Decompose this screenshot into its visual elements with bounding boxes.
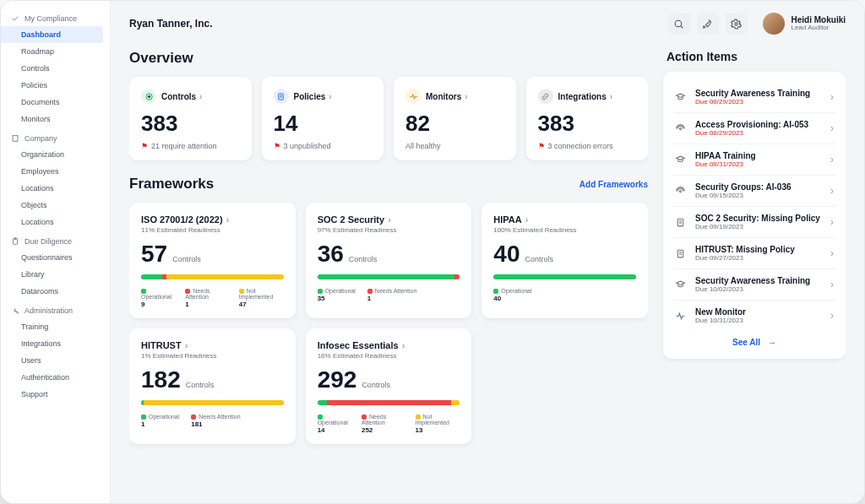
overview-card-monitors[interactable]: Monitors › 82 All healthy <box>394 77 516 160</box>
sidebar-item-datarooms[interactable]: Datarooms <box>1 283 110 300</box>
svg-point-6 <box>675 20 682 27</box>
svg-point-15 <box>679 190 681 192</box>
sidebar-item-authentication[interactable]: Authentication <box>1 369 110 386</box>
sidebar-item-policies[interactable]: Policies <box>1 77 110 94</box>
avatar <box>763 13 785 35</box>
check-icon <box>11 14 19 23</box>
readiness-legend: Operational1Needs Attention181 <box>141 414 284 428</box>
sidebar-item-integrations[interactable]: Integrations <box>1 335 110 352</box>
policy-icon <box>675 217 688 228</box>
framework-card[interactable]: SOC 2 Security› 97% Estimated Readiness … <box>306 203 472 318</box>
rocket-icon <box>702 19 713 30</box>
framework-card[interactable]: HIPAA› 100% Estimated Readiness 40 Contr… <box>481 203 648 318</box>
sidebar-item-roadmap[interactable]: Roadmap <box>1 43 110 60</box>
overview-value: 14 <box>274 111 373 137</box>
sidebar-group-header: Company <box>1 127 110 146</box>
chevron-right-icon: › <box>226 214 230 225</box>
sidebar-item-employees[interactable]: Employees <box>1 163 110 180</box>
svg-rect-0 <box>13 136 18 142</box>
policy-icon <box>675 248 688 259</box>
action-list: Security Awareness Training Due 08/29/20… <box>673 82 835 331</box>
top-actions: Heidi Mokuiki Lead Auditor <box>668 13 846 35</box>
svg-line-7 <box>681 25 683 27</box>
overview-grid: Controls › 383 ⚑ 21 require attention Po… <box>129 77 648 160</box>
svg-point-8 <box>735 22 737 24</box>
overview-card-policies[interactable]: Policies › 14 ⚑ 3 unpublished <box>262 77 384 160</box>
sidebar-item-locations[interactable]: Locations <box>1 214 110 230</box>
policies-icon <box>274 89 289 104</box>
chevron-right-icon: › <box>525 214 529 225</box>
overview-value: 383 <box>141 111 240 137</box>
framework-card[interactable]: ISO 27001/2 (2022)› 11% Estimated Readin… <box>129 203 296 318</box>
chevron-right-icon: › <box>830 122 834 134</box>
action-item[interactable]: HITRUST: Missing Policy Due 09/27/2023 › <box>673 238 835 269</box>
activity-button[interactable] <box>697 13 719 35</box>
svg-point-14 <box>679 127 681 129</box>
chevron-right-icon: › <box>830 216 834 228</box>
chevron-right-icon: › <box>402 340 405 350</box>
overview-title: Overview <box>129 50 648 67</box>
framework-card[interactable]: Infosec Essentials› 16% Estimated Readin… <box>306 328 472 444</box>
sidebar: My ComplianceDashboardRoadmapControlsPol… <box>1 1 111 503</box>
flag-icon: ⚑ <box>141 142 148 150</box>
sidebar-item-organization[interactable]: Organization <box>1 146 110 163</box>
action-item[interactable]: Security Awareness Training Due 10/02/20… <box>673 269 835 301</box>
frameworks-header: Frameworks Add Frameworks <box>129 176 648 192</box>
chevron-right-icon: › <box>830 185 834 197</box>
action-item[interactable]: Security Groups: AI-036 Due 09/15/2023 › <box>673 176 835 207</box>
sidebar-item-monitors[interactable]: Monitors <box>1 111 110 127</box>
chevron-right-icon: › <box>199 92 202 101</box>
overview-value: 82 <box>405 111 504 137</box>
left-column: Overview Controls › 383 ⚑ 21 require att… <box>129 45 648 503</box>
action-item[interactable]: New Monitor Due 10/31/2023 › <box>673 301 835 331</box>
settings-button[interactable] <box>726 13 748 35</box>
integrations-icon <box>538 89 553 104</box>
action-item[interactable]: HIPAA Training Due 08/31/2023 › <box>673 144 835 176</box>
chevron-right-icon: › <box>830 310 834 322</box>
training-icon <box>675 92 688 103</box>
svg-point-10 <box>148 95 150 98</box>
sidebar-group-header: Due Diligence <box>1 230 110 249</box>
readiness-bar <box>318 400 460 405</box>
sidebar-item-objects[interactable]: Objects <box>1 197 110 214</box>
monitors-icon <box>405 89 421 104</box>
action-item[interactable]: Security Awareness Training Due 08/29/20… <box>673 82 835 113</box>
sidebar-item-controls[interactable]: Controls <box>1 60 110 77</box>
see-all-link[interactable]: See All → <box>673 331 835 349</box>
sidebar-item-training[interactable]: Training <box>1 318 110 335</box>
user-menu[interactable]: Heidi Mokuiki Lead Auditor <box>763 13 846 35</box>
sidebar-item-locations[interactable]: Locations <box>1 180 110 197</box>
search-button[interactable] <box>668 13 690 35</box>
sidebar-item-dashboard[interactable]: Dashboard <box>1 26 103 43</box>
org-name: Ryan Tanner, Inc. <box>129 18 212 30</box>
gear-icon <box>731 19 742 30</box>
chevron-right-icon: › <box>830 247 834 259</box>
action-item[interactable]: Access Provisioning: AI-053 Due 08/29/20… <box>673 113 835 144</box>
flag-icon: ⚑ <box>538 142 545 150</box>
frameworks-title: Frameworks <box>129 176 214 192</box>
readiness-bar <box>141 274 284 279</box>
overview-card-integrations[interactable]: Integrations › 383 ⚑ 3 connection errors <box>526 77 649 160</box>
right-column: Action Items Security Awareness Training… <box>663 45 846 503</box>
overview-value: 383 <box>538 111 637 137</box>
sidebar-item-questionnaires[interactable]: Questionnaires <box>1 249 110 266</box>
sidebar-item-support[interactable]: Support <box>1 386 110 403</box>
main: Ryan Tanner, Inc. Heidi Mokuiki Lead Aud… <box>111 1 864 503</box>
chevron-right-icon: › <box>388 214 391 225</box>
sidebar-group-header: My Compliance <box>1 8 110 26</box>
topbar: Ryan Tanner, Inc. Heidi Mokuiki Lead Aud… <box>129 13 846 45</box>
sidebar-item-users[interactable]: Users <box>1 352 110 369</box>
readiness-bar <box>141 400 284 405</box>
action-item[interactable]: SOC 2 Security: Missing Policy Due 09/19… <box>673 207 835 238</box>
readiness-legend: Operational35Needs Attention1 <box>318 288 460 302</box>
sidebar-item-library[interactable]: Library <box>1 266 110 283</box>
framework-card[interactable]: HITRUST› 1% Estimated Readiness 182 Cont… <box>129 328 296 444</box>
chevron-right-icon: › <box>329 92 331 101</box>
add-frameworks-link[interactable]: Add Frameworks <box>579 180 648 189</box>
training-icon <box>675 154 688 165</box>
arrow-right-icon: → <box>768 338 776 347</box>
broadcast-icon <box>675 186 688 197</box>
sidebar-item-documents[interactable]: Documents <box>1 94 110 111</box>
overview-card-controls[interactable]: Controls › 383 ⚑ 21 require attention <box>129 77 252 160</box>
controls-icon <box>141 89 156 104</box>
